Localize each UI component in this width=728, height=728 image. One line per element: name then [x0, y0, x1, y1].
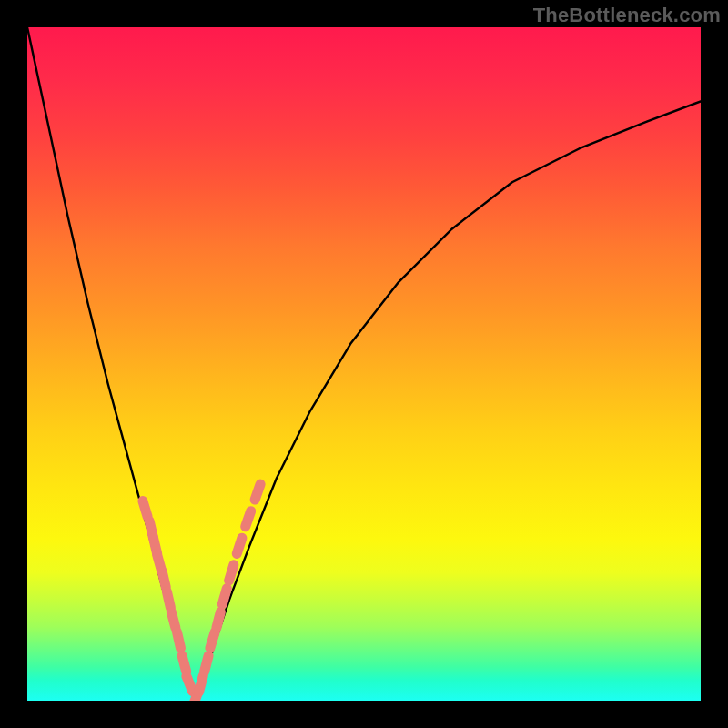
bottleneck-curve — [27, 27, 701, 701]
curve-layer — [27, 27, 701, 701]
highlight-marker — [167, 592, 170, 608]
plot-area — [27, 27, 701, 701]
highlight-marker — [255, 484, 260, 500]
highlight-markers — [143, 484, 260, 701]
bottleneck-curve-path — [27, 27, 701, 701]
highlight-marker — [199, 676, 204, 692]
highlight-marker — [177, 632, 181, 649]
highlight-marker — [217, 612, 221, 628]
highlight-marker — [182, 656, 187, 672]
highlight-marker — [237, 538, 242, 553]
highlight-marker — [246, 511, 251, 527]
highlight-marker — [171, 612, 176, 628]
highlight-marker — [222, 589, 227, 604]
chart-frame: TheBottleneck.com — [0, 0, 728, 728]
highlight-marker — [229, 565, 234, 581]
highlight-marker — [210, 632, 215, 648]
highlight-marker — [187, 676, 193, 692]
highlight-marker — [205, 656, 209, 672]
watermark-text: TheBottleneck.com — [533, 4, 721, 27]
highlight-marker — [143, 501, 147, 517]
highlight-marker — [162, 571, 166, 588]
